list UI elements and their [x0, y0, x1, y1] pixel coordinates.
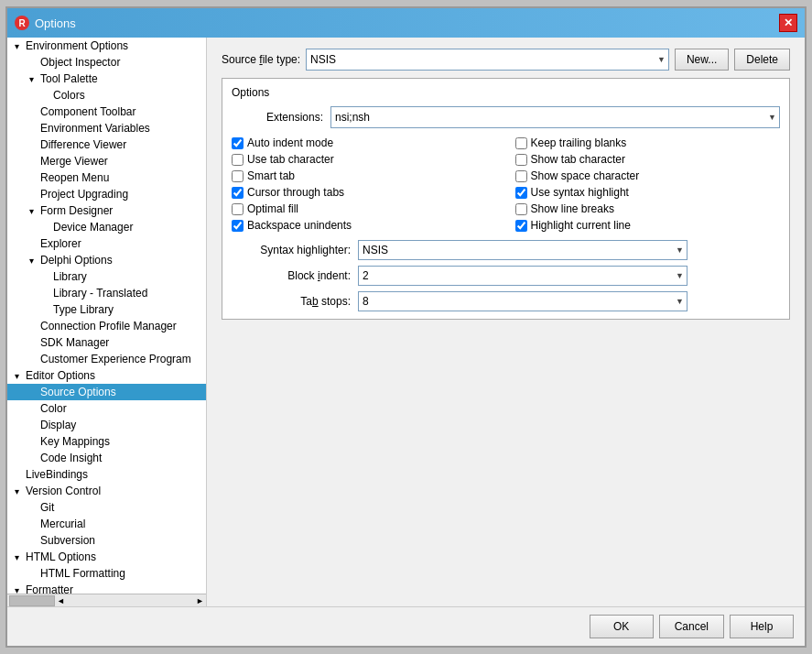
block-indent-select-wrapper: 2 — [358, 266, 687, 286]
block-indent-row: Block indent: 2 — [232, 266, 780, 286]
tree-toggle-tool-palette[interactable]: ▾ — [24, 71, 38, 86]
tree-item-version-control[interactable]: ▾Version Control — [7, 483, 206, 499]
tree-item-library[interactable]: Library — [7, 268, 206, 285]
checkbox-row-optimal-fill: Optimal fill — [232, 202, 497, 216]
tab-stops-row: Tab stops: 8 — [232, 291, 780, 311]
tree-item-html-options[interactable]: ▾HTML Options — [7, 549, 206, 565]
checkbox-cursor-through[interactable] — [232, 187, 244, 199]
tree-item-mercurial[interactable]: Mercurial — [7, 516, 206, 532]
checkbox-use-tab[interactable] — [232, 154, 244, 166]
ok-button[interactable]: OK — [590, 615, 654, 638]
tree-item-explorer[interactable]: Explorer — [7, 235, 206, 252]
tree-item-colors[interactable]: Colors — [7, 87, 206, 104]
tree-item-object-inspector[interactable]: Object Inspector — [7, 54, 206, 71]
horizontal-scrollbar[interactable]: ◄ ► — [7, 594, 206, 606]
tree-item-env-options[interactable]: ▾Environment Options — [7, 38, 206, 54]
tree-toggle-colors — [37, 88, 51, 103]
tree-toggle-key-mappings — [24, 434, 38, 449]
tree-item-env-variables[interactable]: Environment Variables — [7, 120, 206, 136]
tree-item-merge-viewer[interactable]: Merge Viewer — [7, 153, 206, 169]
checkbox-use-syntax[interactable] — [515, 187, 527, 199]
checkbox-optimal-fill[interactable] — [232, 203, 244, 215]
tree-item-form-designer[interactable]: ▾Form Designer — [7, 202, 206, 219]
tree-scroll[interactable]: ▾Environment OptionsObject Inspector▾Too… — [7, 38, 206, 594]
tree-item-editor-options[interactable]: ▾Editor Options — [7, 367, 206, 384]
checkbox-keep-trailing[interactable] — [515, 137, 527, 149]
tree-item-source-options[interactable]: Source Options — [7, 384, 206, 400]
tree-toggle-object-inspector — [24, 55, 38, 70]
file-type-select-wrapper: NSIS — [306, 49, 669, 71]
help-button[interactable]: Help — [730, 615, 794, 638]
checkbox-auto-indent[interactable] — [232, 137, 244, 149]
tree-toggle-difference-viewer — [24, 137, 38, 152]
tree-item-difference-viewer[interactable]: Difference Viewer — [7, 136, 206, 153]
tree-toggle-form-designer[interactable]: ▾ — [24, 203, 38, 218]
syntax-highlighter-select[interactable]: NSIS — [358, 240, 687, 260]
tree-item-device-manager[interactable]: Device Manager — [7, 219, 206, 235]
tree-item-sdk-manager[interactable]: SDK Manager — [7, 334, 206, 351]
tree-item-tool-palette[interactable]: ▾Tool Palette — [7, 71, 206, 87]
tree-item-livebindings[interactable]: LiveBindings — [7, 466, 206, 483]
block-indent-select[interactable]: 2 — [358, 266, 687, 286]
tree-item-code-insight[interactable]: Code Insight — [7, 450, 206, 466]
tree-item-formatter[interactable]: ▾Formatter — [7, 582, 206, 594]
extensions-row: Extensions: nsi;nsh — [232, 106, 780, 128]
tree-toggle-env-options[interactable]: ▾ — [9, 38, 24, 53]
tree-label-formatter: Formatter — [24, 583, 204, 594]
tab-stops-label: Tab stops: — [232, 295, 351, 308]
tree-item-library-translated[interactable]: Library - Translated — [7, 285, 206, 301]
tree-toggle-reopen-menu — [24, 170, 38, 185]
tree-label-device-manager: Device Manager — [51, 220, 204, 234]
tree-item-connection-profile-manager[interactable]: Connection Profile Manager — [7, 318, 206, 334]
checkbox-row-backspace-unindents: Backspace unindents — [232, 218, 497, 233]
tree-item-reopen-menu[interactable]: Reopen Menu — [7, 169, 206, 186]
left-panel: ▾Environment OptionsObject Inspector▾Too… — [7, 38, 207, 606]
tree-toggle-explorer — [24, 236, 38, 251]
tree-toggle-connection-profile-manager — [24, 319, 38, 333]
tree-item-display[interactable]: Display — [7, 417, 206, 433]
extensions-select[interactable]: nsi;nsh — [330, 106, 780, 128]
tree-item-subversion[interactable]: Subversion — [7, 532, 206, 549]
tree-toggle-version-control[interactable]: ▾ — [9, 484, 24, 498]
tree-item-type-library[interactable]: Type Library — [7, 301, 206, 318]
tree-toggle-customer-experience — [24, 352, 38, 366]
tree-label-html-options: HTML Options — [24, 550, 204, 564]
tree-toggle-formatter[interactable]: ▾ — [9, 583, 24, 594]
tree-label-merge-viewer: Merge Viewer — [38, 154, 204, 169]
tree-item-customer-experience[interactable]: Customer Experience Program — [7, 351, 206, 367]
checkbox-show-tab[interactable] — [515, 154, 527, 166]
source-file-type-row: Source file type: NSIS New... Delete — [222, 49, 790, 71]
file-type-select[interactable]: NSIS — [306, 49, 669, 71]
tab-stops-select[interactable]: 8 — [358, 291, 687, 311]
tree-toggle-component-toolbar — [24, 104, 38, 119]
settings-rows: Syntax highlighter: NSIS Block indent: 2 — [232, 240, 780, 311]
syntax-highlighter-label: Syntax highlighter: — [232, 244, 351, 256]
new-button[interactable]: New... — [675, 49, 729, 71]
checkbox-show-space[interactable] — [515, 170, 527, 182]
tree-toggle-type-library — [37, 302, 51, 317]
checkbox-row-auto-indent: Auto indent mode — [232, 136, 497, 150]
tree-toggle-html-options[interactable]: ▾ — [9, 550, 24, 564]
tree-label-sdk-manager: SDK Manager — [38, 335, 204, 350]
checkbox-highlight-current[interactable] — [515, 220, 527, 232]
tree-item-delphi-options[interactable]: ▾Delphi Options — [7, 252, 206, 268]
tree-item-html-formatting[interactable]: HTML Formatting — [7, 565, 206, 582]
delete-button[interactable]: Delete — [734, 49, 790, 71]
tree-item-git[interactable]: Git — [7, 499, 206, 516]
checkbox-smart-tab[interactable] — [232, 170, 244, 182]
tree-item-project-upgrading[interactable]: Project Upgrading — [7, 186, 206, 202]
tree-toggle-delphi-options[interactable]: ▾ — [24, 253, 38, 267]
tree-toggle-subversion — [24, 533, 38, 548]
tree-item-key-mappings[interactable]: Key Mappings — [7, 433, 206, 450]
tree-item-color[interactable]: Color — [7, 400, 206, 417]
tree-toggle-color — [24, 401, 38, 416]
checkbox-backspace-unindents[interactable] — [232, 220, 244, 232]
tree-label-code-insight: Code Insight — [38, 451, 204, 465]
close-button[interactable]: ✕ — [779, 14, 797, 32]
tree-toggle-editor-options[interactable]: ▾ — [9, 368, 24, 383]
tree-label-editor-options: Editor Options — [24, 368, 204, 383]
checkbox-show-line-breaks[interactable] — [515, 203, 527, 215]
tree-label-library: Library — [51, 269, 204, 284]
tree-item-component-toolbar[interactable]: Component Toolbar — [7, 104, 206, 120]
cancel-button[interactable]: Cancel — [659, 615, 724, 638]
